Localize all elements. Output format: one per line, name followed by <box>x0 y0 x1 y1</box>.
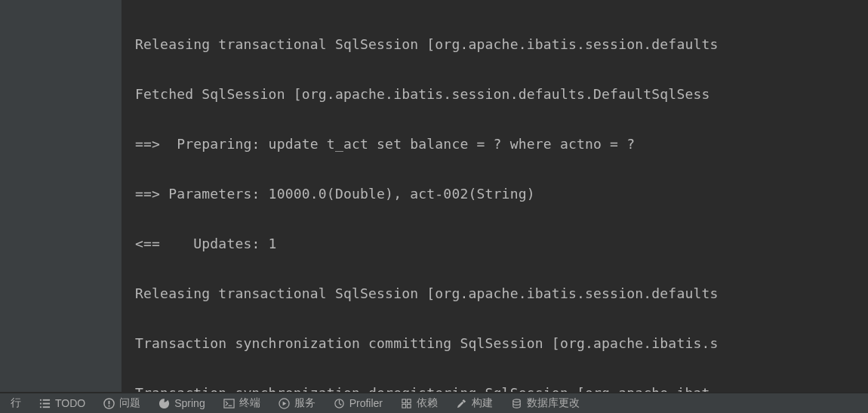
bottom-item-build[interactable]: 构建 <box>447 393 502 413</box>
svg-rect-18 <box>407 404 411 408</box>
svg-rect-0 <box>40 399 42 400</box>
svg-rect-17 <box>402 404 406 408</box>
bottom-item-label: Spring <box>174 397 205 409</box>
bottom-item-profiler[interactable]: Profiler <box>325 393 392 413</box>
bottom-item-label: 问题 <box>119 396 140 410</box>
svg-point-19 <box>513 399 520 402</box>
play-icon <box>279 398 290 409</box>
bottom-item-problems[interactable]: 问题 <box>94 393 149 413</box>
spring-icon <box>159 398 170 409</box>
svg-rect-3 <box>43 402 50 404</box>
main-container: Releasing transactional SqlSession [org.… <box>0 0 868 394</box>
bottom-item-services[interactable]: 服务 <box>269 393 325 413</box>
console-line: Fetched SqlSession [org.apache.ibatis.se… <box>122 83 868 106</box>
console-line: Releasing transactional SqlSession [org.… <box>122 282 868 305</box>
svg-rect-16 <box>407 399 411 402</box>
svg-rect-2 <box>40 402 42 404</box>
bottom-item-label: Profiler <box>349 397 383 409</box>
bottom-item-label: 依赖 <box>417 396 438 410</box>
deps-icon <box>401 398 412 409</box>
bottom-item-database-changes[interactable]: 数据库更改 <box>502 393 589 413</box>
console-line: ==> Preparing: update t_act set balance … <box>122 133 868 156</box>
console-line: ==> Parameters: 10000.0(Double), act-002… <box>122 183 868 205</box>
profiler-icon <box>334 398 345 409</box>
svg-rect-7 <box>109 400 110 404</box>
left-gutter <box>0 0 122 394</box>
console-line: Releasing transactional SqlSession [org.… <box>122 33 868 56</box>
bottom-item-row[interactable]: 行 <box>2 393 30 413</box>
list-icon <box>39 398 51 409</box>
bottom-item-label: 服务 <box>294 396 315 410</box>
svg-rect-5 <box>43 406 50 408</box>
hammer-icon <box>456 398 467 409</box>
bottom-item-label: TODO <box>55 397 85 409</box>
warning-icon <box>103 398 115 409</box>
database-icon <box>511 398 522 409</box>
console-line: Transaction synchronization committing S… <box>122 332 868 355</box>
svg-rect-4 <box>40 406 42 408</box>
bottom-tool-bar: 行 TODO 问题 Spring 终端 服务 Profiler 依赖 构建 数据… <box>0 393 868 413</box>
svg-line-14 <box>339 403 341 405</box>
bottom-item-dependencies[interactable]: 依赖 <box>392 393 447 413</box>
terminal-icon <box>223 398 235 409</box>
svg-rect-8 <box>109 405 110 406</box>
bottom-item-terminal[interactable]: 终端 <box>214 393 269 413</box>
bottom-item-todo[interactable]: TODO <box>30 393 94 413</box>
bottom-item-label: 数据库更改 <box>527 396 580 410</box>
bottom-item-label: 终端 <box>239 396 260 410</box>
bottom-item-spring[interactable]: Spring <box>149 393 214 413</box>
svg-rect-15 <box>402 399 406 402</box>
svg-rect-9 <box>224 399 234 407</box>
console-output[interactable]: Releasing transactional SqlSession [org.… <box>122 0 868 394</box>
bottom-item-label: 行 <box>11 396 21 410</box>
console-line: <== Updates: 1 <box>122 233 868 255</box>
bottom-item-label: 构建 <box>472 396 493 410</box>
svg-rect-1 <box>43 399 50 400</box>
